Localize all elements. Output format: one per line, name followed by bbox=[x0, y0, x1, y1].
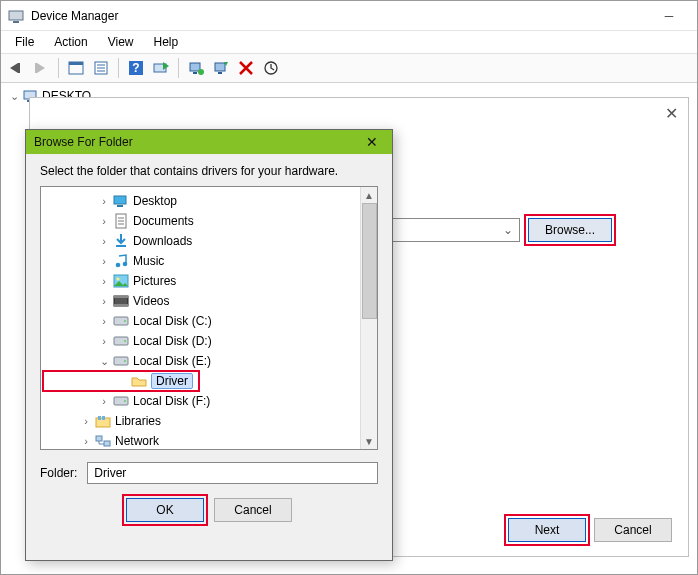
tree-item-label: Pictures bbox=[133, 274, 176, 288]
tree-item-label: Local Disk (F:) bbox=[133, 394, 210, 408]
collapse-icon[interactable]: ⌄ bbox=[97, 355, 111, 368]
expand-icon[interactable]: › bbox=[97, 215, 111, 227]
svg-rect-21 bbox=[114, 196, 126, 204]
tree-item[interactable]: ›Network bbox=[43, 431, 358, 449]
next-button[interactable]: Next bbox=[508, 518, 586, 542]
svg-point-36 bbox=[124, 320, 126, 322]
scroll-up-icon[interactable]: ▲ bbox=[361, 187, 377, 203]
properties-icon[interactable] bbox=[90, 57, 112, 79]
svg-rect-46 bbox=[96, 436, 102, 441]
wizard-cancel-button[interactable]: Cancel bbox=[594, 518, 672, 542]
expand-icon[interactable]: › bbox=[97, 395, 111, 407]
svg-point-42 bbox=[124, 400, 126, 402]
svg-rect-17 bbox=[218, 72, 222, 74]
browse-button[interactable]: Browse... bbox=[528, 218, 612, 242]
expand-icon[interactable]: › bbox=[97, 195, 111, 207]
expand-icon[interactable]: › bbox=[79, 435, 93, 447]
expand-icon[interactable]: › bbox=[97, 235, 111, 247]
disk-icon bbox=[113, 393, 129, 409]
libs-icon bbox=[95, 413, 111, 429]
dialog-close-icon[interactable]: ✕ bbox=[360, 134, 384, 150]
tree-item[interactable]: ›Downloads bbox=[43, 231, 358, 251]
tree-item-label: Local Disk (C:) bbox=[133, 314, 212, 328]
svg-rect-45 bbox=[102, 416, 105, 420]
tree-item[interactable]: ›Local Disk (D:) bbox=[43, 331, 358, 351]
expand-icon[interactable]: › bbox=[97, 275, 111, 287]
folder-tree-container: ›Desktop›Documents›Downloads›Music›Pictu… bbox=[40, 186, 378, 450]
folder-input[interactable] bbox=[87, 462, 378, 484]
svg-point-40 bbox=[124, 360, 126, 362]
svg-rect-1 bbox=[13, 21, 19, 23]
tree-item-label: Network bbox=[115, 434, 159, 448]
toolbar: ? bbox=[1, 53, 697, 83]
svg-rect-5 bbox=[69, 62, 83, 65]
back-icon[interactable] bbox=[5, 57, 27, 79]
app-icon bbox=[7, 7, 25, 25]
expand-icon[interactable]: › bbox=[79, 415, 93, 427]
browse-for-folder-dialog: Browse For Folder ✕ Select the folder th… bbox=[25, 129, 393, 561]
tree-item[interactable]: Driver bbox=[43, 371, 199, 391]
doc-icon bbox=[113, 213, 129, 229]
minimize-button[interactable]: ─ bbox=[647, 2, 691, 30]
menu-view[interactable]: View bbox=[98, 33, 144, 51]
close-icon[interactable]: ✕ bbox=[665, 104, 678, 123]
update-driver-icon[interactable] bbox=[185, 57, 207, 79]
forward-icon[interactable] bbox=[30, 57, 52, 79]
device-manager-window: Device Manager ─ File Action View Help ?… bbox=[0, 0, 698, 575]
svg-point-38 bbox=[124, 340, 126, 342]
expand-icon[interactable]: › bbox=[97, 255, 111, 267]
expand-icon[interactable]: › bbox=[97, 335, 111, 347]
ok-button[interactable]: OK bbox=[126, 498, 204, 522]
menu-action[interactable]: Action bbox=[44, 33, 97, 51]
svg-rect-33 bbox=[114, 296, 128, 298]
desktop-icon bbox=[113, 193, 129, 209]
svg-point-29 bbox=[123, 262, 128, 267]
expand-icon[interactable]: › bbox=[97, 295, 111, 307]
svg-rect-27 bbox=[116, 245, 126, 247]
scroll-down-icon[interactable]: ▼ bbox=[361, 433, 377, 449]
svg-rect-14 bbox=[193, 72, 197, 74]
expand-icon[interactable]: › bbox=[97, 315, 111, 327]
dialog-cancel-button[interactable]: Cancel bbox=[214, 498, 292, 522]
disable-icon[interactable] bbox=[235, 57, 257, 79]
tree-item[interactable]: ›Documents bbox=[43, 211, 358, 231]
collapse-icon[interactable]: ⌄ bbox=[9, 90, 20, 103]
tree-item-label: Videos bbox=[133, 294, 169, 308]
svg-rect-16 bbox=[215, 63, 225, 71]
uninstall-icon[interactable] bbox=[210, 57, 232, 79]
music-icon bbox=[113, 253, 129, 269]
chevron-down-icon: ⌄ bbox=[503, 223, 513, 237]
refresh-icon[interactable] bbox=[260, 57, 282, 79]
tree-item-label: Local Disk (E:) bbox=[133, 354, 211, 368]
tree-item[interactable]: ›Local Disk (F:) bbox=[43, 391, 358, 411]
folder-label: Folder: bbox=[40, 466, 77, 480]
scrollbar[interactable]: ▲ ▼ bbox=[360, 187, 377, 449]
download-icon bbox=[113, 233, 129, 249]
tree-item[interactable]: ›Local Disk (C:) bbox=[43, 311, 358, 331]
tree-item[interactable]: ›Pictures bbox=[43, 271, 358, 291]
help-icon[interactable]: ? bbox=[125, 57, 147, 79]
scroll-thumb[interactable] bbox=[362, 203, 377, 319]
svg-rect-47 bbox=[104, 441, 110, 446]
svg-rect-0 bbox=[9, 11, 23, 20]
tree-item-label: Driver bbox=[151, 373, 193, 389]
tree-item[interactable]: ⌄Local Disk (E:) bbox=[43, 351, 358, 371]
title-bar: Device Manager ─ bbox=[1, 1, 697, 31]
menu-help[interactable]: Help bbox=[144, 33, 189, 51]
tree-item[interactable]: ›Desktop bbox=[43, 191, 358, 211]
svg-point-15 bbox=[198, 69, 204, 75]
scan-icon[interactable] bbox=[150, 57, 172, 79]
folder-tree[interactable]: ›Desktop›Documents›Downloads›Music›Pictu… bbox=[41, 187, 360, 449]
disk-icon bbox=[113, 333, 129, 349]
tree-item-label: Music bbox=[133, 254, 164, 268]
tree-item[interactable]: ›Videos bbox=[43, 291, 358, 311]
menu-bar: File Action View Help bbox=[1, 31, 697, 53]
show-hidden-icon[interactable] bbox=[65, 57, 87, 79]
svg-rect-44 bbox=[98, 416, 101, 420]
tree-item[interactable]: ›Music bbox=[43, 251, 358, 271]
menu-file[interactable]: File bbox=[5, 33, 44, 51]
disk-icon bbox=[113, 313, 129, 329]
tree-item[interactable]: ›Libraries bbox=[43, 411, 358, 431]
net-icon bbox=[95, 433, 111, 449]
tree-item-label: Local Disk (D:) bbox=[133, 334, 212, 348]
